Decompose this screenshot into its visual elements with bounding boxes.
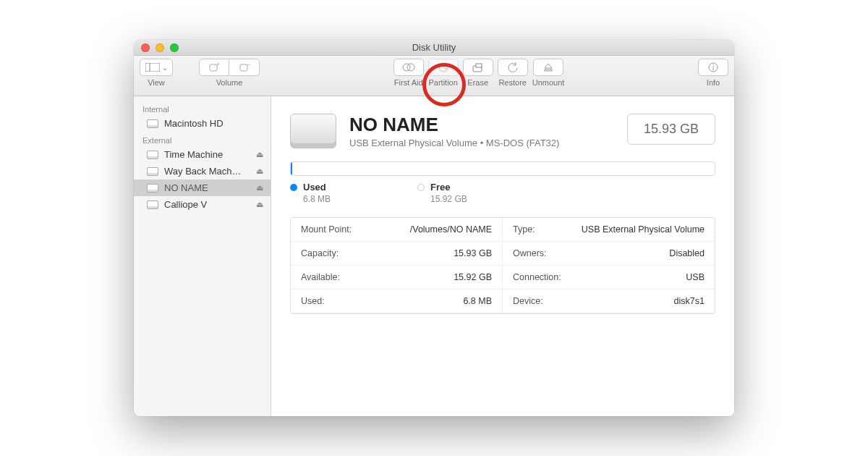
svg-point-6 (403, 64, 410, 71)
volume-add-icon: + (208, 62, 220, 72)
detail-key: Mount Point: (301, 224, 352, 235)
info-icon: i (707, 62, 719, 73)
disk-icon (147, 200, 158, 209)
detail-cell: Connection:USB (503, 266, 715, 290)
sidebar-item[interactable]: Time Machine⏏ (134, 146, 271, 163)
minimize-icon[interactable] (156, 43, 164, 52)
view-button[interactable]: ⌄ (140, 59, 173, 76)
info-button[interactable]: i (698, 59, 728, 76)
detail-cell: Owners:Disabled (503, 242, 715, 266)
eject-icon (543, 62, 553, 72)
erase-label: Erase (467, 78, 488, 87)
toolbar: ⌄ View + − Volume First Aid (134, 56, 734, 96)
detail-value: 15.93 GB (454, 248, 492, 258)
disk-icon (147, 119, 158, 128)
detail-cell: Available:15.92 GB (291, 266, 503, 290)
volume-icon (290, 114, 336, 148)
eject-icon[interactable]: ⏏ (256, 183, 263, 193)
detail-cell: Mount Point:/Volumes/NO NAME (291, 218, 503, 242)
traffic-lights (141, 43, 179, 52)
restore-icon (507, 62, 519, 73)
sidebar-section-header: Internal (134, 101, 271, 115)
info-label: Info (707, 78, 720, 87)
sidebar-item[interactable]: Macintosh HD (134, 115, 271, 132)
close-icon[interactable] (141, 43, 150, 52)
usage-bar-used (291, 162, 292, 175)
used-label: Used (303, 182, 326, 193)
unmount-button[interactable] (533, 59, 563, 76)
first-aid-icon (402, 62, 415, 72)
svg-rect-13 (545, 69, 552, 71)
free-label: Free (430, 182, 450, 193)
erase-icon (472, 62, 485, 72)
svg-text:i: i (712, 64, 714, 72)
disk-utility-window: Disk Utility ⌄ View + − Volume (134, 40, 734, 416)
detail-key: Available: (301, 272, 340, 282)
content-pane: NO NAME USB External Physical Volume • M… (271, 96, 734, 416)
used-swatch-icon (290, 184, 297, 191)
volume-add-button[interactable]: + (199, 59, 229, 76)
sidebar-item-label: Macintosh HD (164, 118, 224, 129)
free-swatch-icon (417, 184, 425, 191)
detail-key: Capacity: (301, 248, 339, 258)
view-label: View (148, 78, 165, 87)
sidebar-section-header: External (134, 132, 271, 146)
sidebar-icon (145, 63, 160, 72)
detail-value: 6.8 MB (463, 296, 492, 306)
usage-bar (290, 161, 715, 176)
detail-key: Type: (513, 224, 535, 235)
svg-text:−: − (247, 62, 250, 68)
sidebar-item-label: Time Machine (164, 149, 223, 160)
volume-remove-icon: − (239, 62, 250, 72)
titlebar[interactable]: Disk Utility (134, 40, 734, 56)
sidebar[interactable]: InternalMacintosh HDExternalTime Machine… (134, 96, 271, 416)
detail-value: disk7s1 (674, 296, 705, 306)
detail-value: USB (686, 272, 705, 282)
eject-icon[interactable]: ⏏ (256, 150, 263, 159)
sidebar-item[interactable]: Way Back Mach…⏏ (134, 163, 271, 180)
volume-name: NO NAME (349, 114, 559, 136)
svg-text:+: + (216, 62, 220, 68)
volume-subtitle: USB External Physical Volume • MS-DOS (F… (349, 138, 559, 148)
first-aid-label: First Aid (394, 78, 423, 87)
detail-value: /Volumes/NO NAME (410, 224, 492, 235)
details-table: Mount Point:/Volumes/NO NAMEType:USB Ext… (290, 217, 715, 314)
svg-line-10 (443, 67, 447, 69)
partition-button[interactable] (428, 59, 459, 76)
volume-remove-button[interactable]: − (229, 59, 260, 76)
sidebar-item-label: Way Back Mach… (164, 166, 241, 177)
partition-label: Partition (429, 78, 458, 87)
unmount-label: Unmount (532, 78, 565, 87)
detail-cell: Capacity:15.93 GB (291, 242, 503, 266)
detail-cell: Used:6.8 MB (291, 290, 503, 313)
volume-label: Volume (216, 78, 243, 87)
partition-icon (438, 62, 449, 73)
svg-rect-0 (145, 63, 160, 72)
detail-key: Owners: (513, 248, 547, 258)
svg-rect-12 (476, 64, 482, 67)
eject-icon[interactable]: ⏏ (256, 200, 263, 209)
sidebar-item-label: Calliope V (164, 199, 207, 210)
detail-value: Disabled (669, 248, 705, 258)
disk-icon (147, 184, 158, 193)
restore-button[interactable] (498, 59, 528, 76)
detail-value: USB External Physical Volume (582, 224, 705, 235)
detail-key: Connection: (513, 272, 561, 282)
detail-key: Used: (301, 296, 325, 306)
free-value: 15.92 GB (430, 194, 467, 204)
sidebar-item[interactable]: Calliope V⏏ (134, 196, 271, 213)
detail-cell: Device:disk7s1 (503, 290, 715, 313)
detail-cell: Type:USB External Physical Volume (503, 218, 715, 242)
first-aid-button[interactable] (393, 59, 424, 76)
zoom-icon[interactable] (170, 43, 179, 52)
detail-key: Device: (513, 296, 543, 306)
erase-button[interactable] (463, 59, 493, 76)
sidebar-item[interactable]: NO NAME⏏ (134, 180, 271, 196)
detail-value: 15.92 GB (454, 272, 492, 282)
sidebar-item-label: NO NAME (164, 182, 208, 193)
usage-legend: Used 6.8 MB Free 15.92 GB (290, 182, 715, 204)
used-value: 6.8 MB (303, 194, 331, 204)
eject-icon[interactable]: ⏏ (256, 166, 263, 176)
svg-point-7 (407, 64, 414, 71)
disk-icon (147, 167, 158, 176)
